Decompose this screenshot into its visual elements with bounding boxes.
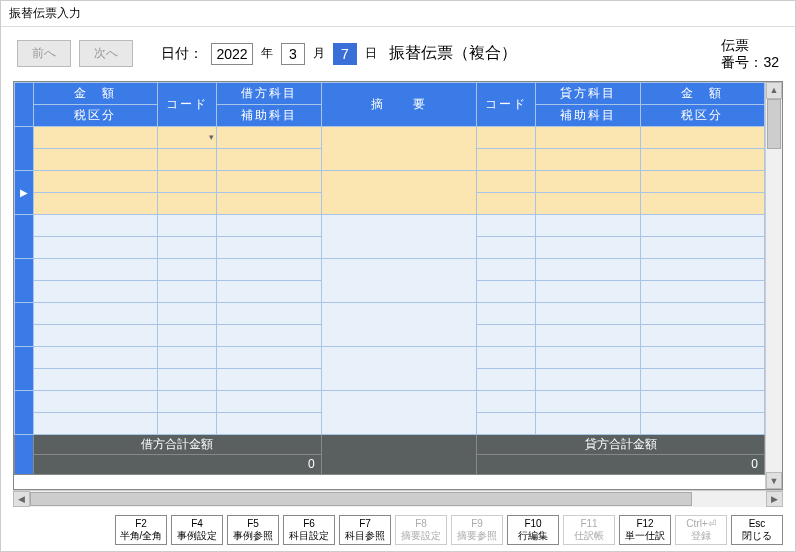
credit-total-value: 0 (477, 454, 765, 474)
cell-debit-amount[interactable] (33, 126, 157, 148)
day-input[interactable] (333, 43, 357, 65)
table-row[interactable] (15, 214, 765, 236)
cell-credit-subject[interactable] (535, 126, 640, 148)
table-row[interactable] (15, 258, 765, 280)
voucher-number: 伝票 番号：32 (721, 37, 779, 71)
scroll-up-icon[interactable]: ▲ (766, 82, 782, 99)
window-title: 振替伝票入力 (1, 1, 795, 27)
table-row[interactable] (15, 390, 765, 412)
table-row[interactable] (15, 346, 765, 368)
header-debit-tax: 税区分 (33, 104, 157, 126)
table-row[interactable]: ▾ (15, 126, 765, 148)
header-credit-amount: 金 額 (640, 82, 764, 104)
entry-rows: ▾ (15, 126, 765, 214)
header-credit-sub: 補助科目 (535, 104, 640, 126)
fkey-f10[interactable]: F10行編集 (507, 515, 559, 545)
header-summary: 摘 要 (321, 82, 476, 126)
scroll-left-icon[interactable]: ◀ (13, 491, 30, 507)
fkey-f5[interactable]: F5事例参照 (227, 515, 279, 545)
cell-debit-tax[interactable] (33, 148, 157, 170)
header-debit-code: コード (157, 82, 216, 126)
date-label: 日付： (161, 45, 203, 63)
fkey-f2[interactable]: F2半角/全角 (115, 515, 167, 545)
fkey-f7[interactable]: F7科目参照 (339, 515, 391, 545)
table-row[interactable]: ▶ (15, 170, 765, 192)
year-input[interactable] (211, 43, 253, 65)
fkey-f4[interactable]: F4事例設定 (171, 515, 223, 545)
function-keys: F2半角/全角F4事例設定F5事例参照F6科目設定F7科目参照F8摘要設定F9摘… (1, 507, 795, 551)
scroll-down-icon[interactable]: ▼ (766, 472, 782, 489)
header-debit-subject: 借方科目 (216, 82, 321, 104)
entry-table: 金 額 コード 借方科目 摘 要 コード 貸方科目 金 額 税区分 補助科目 補… (14, 82, 765, 475)
cell-credit-code2[interactable] (477, 148, 536, 170)
header-marker (15, 82, 34, 126)
horizontal-scrollbar[interactable]: ◀ ▶ (13, 490, 783, 507)
vertical-scrollbar[interactable]: ▲ ▼ (765, 82, 782, 489)
grid: 金 額 コード 借方科目 摘 要 コード 貸方科目 金 額 税区分 補助科目 補… (13, 81, 783, 490)
current-row-icon: ▶ (20, 187, 28, 198)
header-credit-tax: 税区分 (640, 104, 764, 126)
voucher-type: 振替伝票（複合） (389, 43, 517, 64)
fkey-ctrl: Ctrl+⏎登録 (675, 515, 727, 545)
cell-debit-sub[interactable] (216, 148, 321, 170)
fkey-f11: F11仕訳帳 (563, 515, 615, 545)
day-unit: 日 (365, 45, 377, 62)
scroll-right-icon[interactable]: ▶ (766, 491, 783, 507)
chevron-down-icon: ▾ (209, 132, 214, 142)
main-window: 振替伝票入力 前へ 次へ 日付： 年 月 日 振替伝票（複合） 伝票 番号：32 (0, 0, 796, 552)
scroll-thumb[interactable] (767, 99, 781, 149)
fkey-esc[interactable]: Esc閉じる (731, 515, 783, 545)
header-debit-amount: 金 額 (33, 82, 157, 104)
cell-debit-code[interactable]: ▾ (157, 126, 216, 148)
table-row[interactable] (15, 302, 765, 324)
row-marker: ▶ (15, 170, 34, 214)
debit-total-value: 0 (33, 454, 321, 474)
fkey-f9: F9摘要参照 (451, 515, 503, 545)
debit-total-label: 借方合計金額 (33, 434, 321, 454)
hscroll-thumb[interactable] (30, 492, 692, 506)
cell-credit-amount[interactable] (640, 126, 764, 148)
fkey-f8: F8摘要設定 (395, 515, 447, 545)
month-unit: 月 (313, 45, 325, 62)
totals: 借方合計金額 貸方合計金額 0 0 (15, 434, 765, 474)
fkey-f12[interactable]: F12単一仕訳 (619, 515, 671, 545)
cell-summary[interactable] (321, 126, 476, 170)
cell-debit-code2[interactable] (157, 148, 216, 170)
cell-credit-tax[interactable] (640, 148, 764, 170)
month-input[interactable] (281, 43, 305, 65)
cell-credit-sub[interactable] (535, 148, 640, 170)
cell-debit-subject[interactable] (216, 126, 321, 148)
header-debit-sub: 補助科目 (216, 104, 321, 126)
empty-rows (15, 214, 765, 434)
toolbar: 前へ 次へ 日付： 年 月 日 振替伝票（複合） 伝票 番号：32 (1, 27, 795, 81)
header-credit-code: コード (477, 82, 536, 126)
credit-total-label: 貸方合計金額 (477, 434, 765, 454)
row-marker (15, 126, 34, 170)
next-button[interactable]: 次へ (79, 40, 133, 67)
year-unit: 年 (261, 45, 273, 62)
prev-button[interactable]: 前へ (17, 40, 71, 67)
fkey-f6[interactable]: F6科目設定 (283, 515, 335, 545)
cell-credit-code[interactable] (477, 126, 536, 148)
header-credit-subject: 貸方科目 (535, 82, 640, 104)
